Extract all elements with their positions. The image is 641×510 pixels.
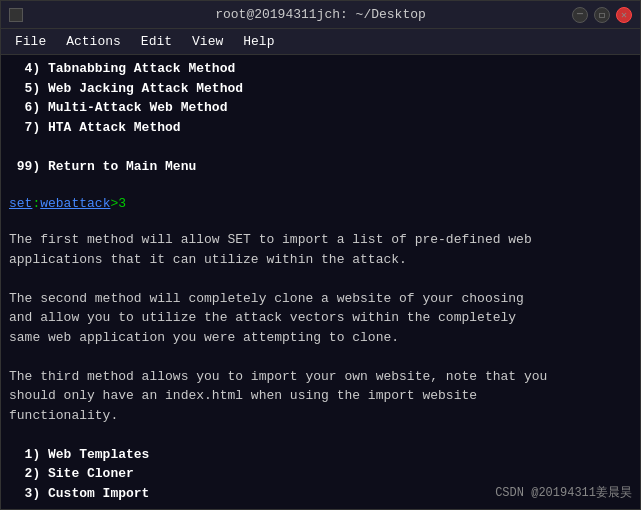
terminal-line [9,347,632,367]
terminal-window: root@20194311jch: ~/Desktop ─ ◻ ✕ File A… [0,0,641,510]
maximize-button[interactable]: ◻ [594,7,610,23]
desc-line-8: functionality. [9,406,632,426]
terminal-line [9,137,632,157]
menu-view[interactable]: View [184,32,231,51]
terminal-line [9,176,632,196]
prompt-link-1: set [9,196,32,211]
terminal-line [9,503,632,509]
terminal-line [9,211,632,231]
option-2: 2) Site Cloner [9,464,632,484]
menu-bar: File Actions Edit View Help [1,29,640,55]
option-1: 1) Web Templates [9,445,632,465]
desc-line-1: The first method will allow SET to impor… [9,230,632,250]
watermark: CSDN @20194311姜晨昊 [495,484,632,501]
terminal-line [9,425,632,445]
terminal-line: 99) Return to Main Menu [9,157,632,177]
menu-edit[interactable]: Edit [133,32,180,51]
prompt-text-1: set:webattack>3 [9,196,126,211]
desc-line-6: The third method allows you to import yo… [9,367,632,387]
window-icon [9,8,23,22]
desc-line-2: applications that it can utilize within … [9,250,632,270]
terminal-line [9,269,632,289]
prompt-link-2: webattack [40,196,110,211]
terminal-line: 5) Web Jacking Attack Method [9,79,632,99]
terminal-line: 7) HTA Attack Method [9,118,632,138]
close-button[interactable]: ✕ [616,7,632,23]
title-bar: root@20194311jch: ~/Desktop ─ ◻ ✕ [1,1,640,29]
window-controls: ─ ◻ ✕ [572,7,632,23]
desc-line-5: same web application you were attempting… [9,328,632,348]
desc-line-7: should only have an index.html when usin… [9,386,632,406]
terminal-line: 4) Tabnabbing Attack Method [9,59,632,79]
terminal-content: 4) Tabnabbing Attack Method 5) Web Jacki… [1,55,640,509]
menu-actions[interactable]: Actions [58,32,129,51]
prompt-line-1: set:webattack>3 [9,196,632,211]
title-bar-left [9,8,23,22]
desc-line-4: and allow you to utilize the attack vect… [9,308,632,328]
menu-file[interactable]: File [7,32,54,51]
menu-help[interactable]: Help [235,32,282,51]
minimize-button[interactable]: ─ [572,7,588,23]
window-title: root@20194311jch: ~/Desktop [215,7,426,22]
desc-line-3: The second method will completely clone … [9,289,632,309]
terminal-line: 6) Multi-Attack Web Method [9,98,632,118]
